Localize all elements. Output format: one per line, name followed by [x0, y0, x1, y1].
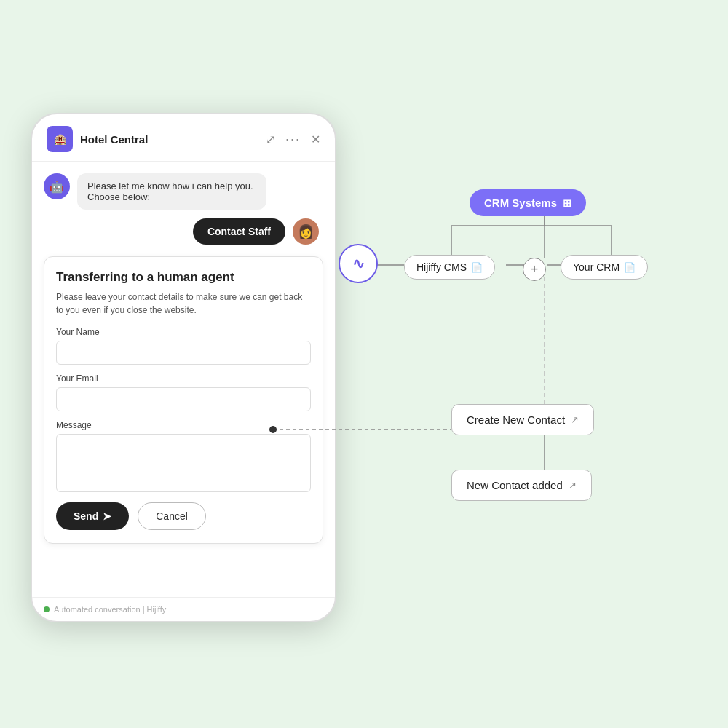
- hijiffy-cms-label: Hijiffy CMS: [416, 261, 467, 273]
- create-new-contact-node[interactable]: Create New Contact ↗: [451, 404, 594, 435]
- email-input[interactable]: [56, 387, 311, 411]
- logo-text: Hotel Central: [80, 133, 148, 146]
- transfer-desc: Please leave your contact details to mak…: [56, 290, 311, 317]
- staff-avatar: 👩: [293, 218, 319, 245]
- your-crm-node[interactable]: Your CRM 📄: [561, 255, 648, 280]
- phone-body: 🤖 Please let me know how i can help you.…: [32, 162, 335, 597]
- send-label: Send: [74, 510, 98, 522]
- your-crm-icon: 📄: [624, 262, 636, 273]
- crm-systems-icon: ⊞: [563, 197, 571, 209]
- contact-added-link-icon: ↗: [569, 480, 577, 491]
- hijiffy-cms-icon: 📄: [471, 262, 483, 273]
- phone-mockup: 🏨 Hotel Central ⤢ ··· ✕ 🤖 Please let me …: [31, 113, 336, 622]
- email-label: Your Email: [56, 373, 311, 384]
- phone-header: 🏨 Hotel Central ⤢ ··· ✕: [32, 114, 335, 162]
- transfer-form-card: Transferring to a human agent Please lea…: [44, 256, 323, 544]
- send-button[interactable]: Send ➤: [56, 502, 129, 530]
- chat-bubble: Please let me know how i can help you. C…: [77, 173, 266, 210]
- contact-staff-button[interactable]: Contact Staff: [193, 218, 285, 245]
- logo-icon: 🏨: [47, 126, 73, 152]
- expand-icon[interactable]: ⤢: [266, 132, 275, 146]
- chat-bubble-row: 🤖 Please let me know how i can help you.…: [44, 173, 323, 210]
- phone-header-icons: ⤢ ··· ✕: [266, 132, 320, 147]
- add-integration-button[interactable]: +: [523, 258, 546, 281]
- connector-circle: ∿: [339, 244, 378, 283]
- contact-staff-row: Contact Staff 👩: [44, 218, 323, 245]
- phone-footer: Automated conversation | Hijiffy: [32, 597, 335, 621]
- hijiffy-cms-node[interactable]: Hijiffy CMS 📄: [404, 255, 495, 280]
- your-crm-label: Your CRM: [573, 261, 620, 273]
- phone-logo: 🏨 Hotel Central: [47, 126, 148, 152]
- plus-icon: +: [531, 262, 539, 277]
- contact-added-label: New Contact added: [467, 479, 563, 491]
- flow-diagram: ∿ CRM Systems ⊞ Hijiffy CMS 📄 + Your CRM…: [364, 113, 706, 622]
- name-label: Your Name: [56, 327, 311, 337]
- new-contact-added-node[interactable]: New Contact added ↗: [451, 470, 592, 501]
- message-label: Message: [56, 420, 311, 430]
- cancel-button[interactable]: Cancel: [138, 502, 206, 530]
- message-input[interactable]: [56, 434, 311, 492]
- crm-systems-label: CRM Systems: [484, 197, 557, 209]
- form-actions: Send ➤ Cancel: [56, 502, 311, 530]
- transfer-title: Transferring to a human agent: [56, 270, 311, 285]
- send-icon: ➤: [103, 510, 111, 522]
- name-input[interactable]: [56, 341, 311, 365]
- create-contact-link-icon: ↗: [571, 414, 579, 425]
- footer-text: Automated conversation | Hijiffy: [54, 605, 166, 614]
- more-icon[interactable]: ···: [285, 132, 301, 147]
- hijiffy-logo-icon: ∿: [352, 255, 365, 272]
- crm-systems-node[interactable]: CRM Systems ⊞: [470, 189, 586, 216]
- bot-avatar: 🤖: [44, 173, 70, 199]
- footer-status-dot: [44, 606, 50, 612]
- create-contact-label: Create New Contact: [467, 414, 565, 426]
- close-icon[interactable]: ✕: [311, 132, 320, 146]
